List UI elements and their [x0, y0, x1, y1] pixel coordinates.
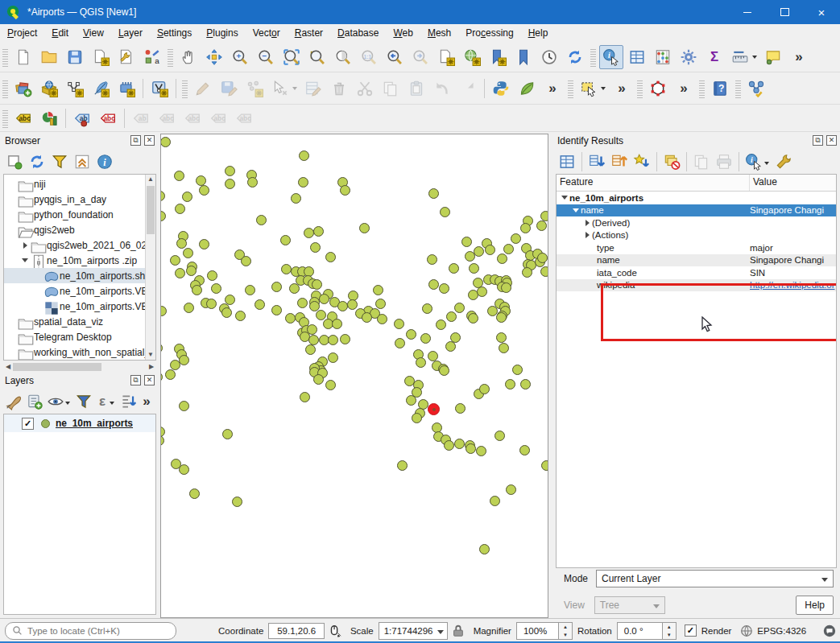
menu-vector[interactable]: Vector	[246, 24, 288, 42]
toolbar-overflow-2-button[interactable]: »	[540, 76, 565, 101]
airport-point[interactable]	[281, 264, 292, 274]
zoom-last-button[interactable]	[383, 45, 407, 69]
add-vector-layer-button[interactable]	[37, 76, 61, 101]
collapse-tree-button[interactable]	[609, 151, 630, 172]
airport-point[interactable]	[454, 439, 465, 449]
toolbar-grip[interactable]	[637, 79, 643, 98]
model-designer-button[interactable]	[744, 76, 768, 101]
airport-point[interactable]	[373, 285, 383, 295]
new-spatial-bookmark-button[interactable]	[486, 45, 510, 69]
identify-row-ne-10m-airports[interactable]: ne_10m_airports	[557, 192, 836, 204]
airport-point[interactable]	[444, 440, 454, 451]
open-form-button[interactable]	[557, 151, 577, 172]
selected-airport-point[interactable]	[428, 403, 440, 415]
show-statistics-button[interactable]: Σ	[702, 45, 726, 69]
chevron-down-icon[interactable]	[752, 56, 757, 59]
highlight-labels-button[interactable]: abc	[96, 106, 120, 130]
airport-point[interactable]	[179, 355, 189, 365]
refresh-map-button[interactable]	[563, 45, 587, 69]
expand-collapse-all-button[interactable]	[118, 391, 138, 412]
airport-point[interactable]	[165, 369, 176, 380]
airport-point[interactable]	[207, 270, 217, 281]
browser-item-pyqgis-in-a-day[interactable]: pyqgis_in_a_day	[4, 192, 146, 207]
airport-point[interactable]	[485, 245, 495, 255]
toolbar-overflow-button[interactable]: »	[787, 45, 811, 69]
airport-point[interactable]	[477, 286, 487, 297]
airport-point[interactable]	[427, 254, 437, 265]
filter-legend-button[interactable]	[74, 391, 93, 412]
airport-point[interactable]	[479, 384, 490, 394]
browser-item-qgis2web[interactable]: qgis2web	[4, 222, 146, 237]
toolbar-grip[interactable]	[2, 109, 8, 128]
airport-point[interactable]	[160, 343, 163, 353]
identify-row--derived-[interactable]: (Derived)	[557, 216, 836, 229]
toolbar-grip[interactable]	[2, 47, 8, 67]
toolbar-grip[interactable]	[168, 47, 173, 67]
lock-scale-icon[interactable]	[451, 624, 466, 638]
airport-point[interactable]	[232, 497, 242, 507]
menu-settings[interactable]: Settings	[150, 24, 199, 42]
menu-processing[interactable]: Processing	[458, 24, 520, 42]
toolbar-grip[interactable]	[590, 47, 596, 67]
airport-point[interactable]	[182, 192, 192, 202]
expand-tree-button[interactable]	[586, 151, 607, 172]
airport-point[interactable]	[235, 311, 246, 321]
airport-point[interactable]	[512, 365, 523, 375]
new-scratch-layer-button[interactable]	[147, 76, 172, 101]
airport-point[interactable]	[506, 484, 516, 495]
airport-point[interactable]	[186, 266, 197, 276]
collapse-icon[interactable]	[22, 258, 28, 262]
layer-item-ne_10m_airports[interactable]: ✓ne_10m_airports	[4, 414, 155, 432]
chevron-down-icon[interactable]	[110, 402, 114, 405]
airport-point[interactable]	[469, 263, 479, 274]
zoom-full-extent-button[interactable]	[279, 45, 304, 69]
select-features-button[interactable]	[577, 76, 601, 101]
filter-browser-button[interactable]	[49, 151, 70, 172]
toggle-extents-icon[interactable]	[328, 624, 342, 638]
style-manager-button[interactable]: a	[140, 45, 164, 69]
data-source-manager-button[interactable]	[11, 76, 35, 101]
identify-row-name[interactable]: nameSingapore Changi	[557, 254, 836, 267]
identify-float-icon[interactable]: ⧉	[813, 135, 823, 146]
airport-point[interactable]	[519, 445, 530, 455]
chevron-down-icon[interactable]	[292, 87, 297, 90]
refresh-browser-button[interactable]	[27, 151, 48, 172]
airport-point[interactable]	[313, 374, 324, 385]
menu-mesh[interactable]: Mesh	[420, 24, 458, 42]
airport-point[interactable]	[420, 333, 431, 344]
maximize-button[interactable]	[766, 0, 803, 24]
airport-point[interactable]	[466, 443, 476, 454]
open-attribute-table-button[interactable]	[625, 45, 649, 69]
airport-point[interactable]	[192, 285, 202, 295]
airport-point[interactable]	[299, 150, 309, 161]
messages-icon[interactable]	[822, 624, 837, 638]
layer-diagram-button[interactable]	[37, 106, 61, 130]
airport-point[interactable]	[328, 335, 338, 345]
toolbar-overflow-4-button[interactable]: »	[672, 76, 696, 101]
airport-point[interactable]	[340, 185, 350, 196]
shape-digitizing-button[interactable]	[646, 76, 670, 101]
clear-results-button[interactable]	[661, 151, 682, 172]
airport-point[interactable]	[494, 431, 505, 441]
toolbar-grip[interactable]	[735, 79, 741, 98]
manage-plugins-button[interactable]	[515, 76, 539, 101]
airport-point[interactable]	[221, 307, 232, 318]
menu-project[interactable]: Project	[0, 24, 44, 42]
new-project-button[interactable]	[11, 45, 35, 69]
airport-point[interactable]	[310, 242, 321, 253]
chevron-down-icon[interactable]	[65, 402, 70, 405]
temporal-controller-button[interactable]	[537, 45, 561, 69]
airport-point[interactable]	[170, 255, 180, 266]
airport-point[interactable]	[428, 279, 439, 290]
menu-plugins[interactable]: Plugins	[199, 24, 245, 42]
airport-point[interactable]	[179, 401, 189, 411]
airport-point[interactable]	[440, 207, 450, 217]
crs-globe-icon[interactable]	[739, 624, 754, 638]
add-selected-layers-button[interactable]	[4, 151, 25, 172]
layer-visibility-checkbox[interactable]: ✓	[22, 418, 34, 430]
pan-map-button[interactable]	[176, 45, 201, 69]
new-virtual-layer-button[interactable]	[114, 76, 139, 101]
pan-to-selection-button[interactable]	[202, 45, 226, 69]
airport-point[interactable]	[184, 303, 194, 313]
browser-item-working-with-non-spatial-[interactable]: working_with_non_spatial_	[4, 344, 146, 360]
